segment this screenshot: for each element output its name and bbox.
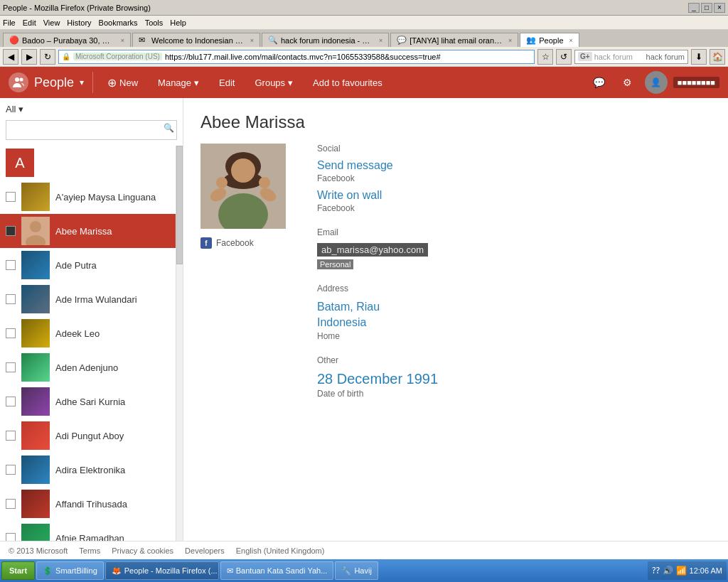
footer-privacy-link[interactable]: Privacy & cookies — [112, 546, 173, 555]
menu-file[interactable]: File — [3, 18, 16, 27]
sidebar-search-button[interactable]: 🔍 — [164, 123, 174, 133]
contact-checkbox-adeek[interactable] — [6, 328, 16, 338]
contact-checkbox-adi[interactable] — [6, 431, 16, 441]
filter-all-button[interactable]: All ▾ — [6, 104, 23, 114]
app-dropdown-icon[interactable]: ▾ — [80, 77, 84, 87]
contact-avatar-adi — [21, 421, 50, 450]
svg-point-9 — [231, 158, 255, 183]
contact-checkbox-adira[interactable] — [6, 465, 16, 475]
settings-icon-btn[interactable]: ⚙ — [616, 71, 639, 94]
tab-google[interactable]: 🔍 hack forum indonesia - Google Search × — [262, 33, 389, 47]
dob-value: 28 December 1991 — [317, 371, 711, 387]
footer-copyright: © 2013 Microsoft — [9, 546, 68, 555]
menu-edit[interactable]: Edit — [23, 18, 36, 27]
content-area: Abee Marissa — [183, 98, 728, 541]
add-to-favourites-button[interactable]: Add to favourites — [307, 75, 388, 91]
browser-search-bar[interactable]: G+ hack forum hack forum — [574, 50, 688, 64]
contact-item-aayiep[interactable]: A'ayiep Maysa Linguana — [0, 180, 176, 214]
contact-item-adi[interactable]: Adi Pungut Aboy — [0, 419, 176, 453]
menu-view[interactable]: View — [43, 18, 60, 27]
chat-icon-btn[interactable]: 💬 — [588, 71, 611, 94]
contact-checkbox-ade-irma[interactable] — [6, 294, 16, 304]
contact-checkbox-aayiep[interactable] — [6, 192, 16, 202]
taskbar-havij[interactable]: 🔧 Havij — [335, 561, 378, 580]
menu-bookmarks[interactable]: Bookmarks — [99, 18, 138, 27]
contact-item-ade-irma[interactable]: Ade Irma Wulandari — [0, 282, 176, 316]
contact-avatar-ade-irma — [21, 285, 50, 313]
tab-close-badoo[interactable]: × — [121, 37, 124, 44]
contact-checkbox-abee[interactable] — [6, 226, 16, 236]
groups-button[interactable]: Groups ▾ — [249, 75, 299, 91]
user-avatar[interactable]: 👤 — [645, 71, 668, 94]
contact-item-abee[interactable]: Abee Marissa — [0, 214, 176, 248]
contact-links: f Facebook — [200, 237, 286, 249]
download-btn[interactable]: ⬇ — [691, 49, 707, 65]
contact-checkbox-affandi[interactable] — [6, 499, 16, 509]
contact-details-column: Social Send message Facebook Write on wa… — [303, 144, 711, 413]
sidebar-scrollbar[interactable] — [176, 146, 183, 541]
taskbar-yahoo[interactable]: ✉ Bantuan Kata Sandi Yah... — [220, 561, 334, 580]
contact-item-adhe[interactable]: Adhe Sari Kurnia — [0, 384, 176, 419]
home-refresh-btn[interactable]: ↺ — [556, 49, 572, 65]
contact-checkbox-ade-putra[interactable] — [6, 260, 16, 270]
contact-item-adira[interactable]: Adira Elektronika — [0, 453, 176, 487]
contact-facebook-link[interactable]: f Facebook — [200, 237, 286, 249]
email-section-title: Email — [317, 227, 711, 237]
sidebar-filter: All ▾ — [0, 98, 183, 120]
taskbar-firefox[interactable]: 🦊 People - Mozilla Firefox (... — [105, 561, 219, 580]
address-section: Address Batam, Riau Indonesia Home — [317, 284, 711, 341]
manage-label: Manage — [158, 77, 191, 88]
footer-developers-link[interactable]: Developers — [185, 546, 225, 555]
contact-item-ade-putra[interactable]: Ade Putra — [0, 248, 176, 282]
tab-tanya[interactable]: 💬 [TANYA] lihat email orang - Page 2 × — [390, 33, 518, 47]
tab-hacker[interactable]: ✉ Welcome to Indonesian Hacker - kainand… — [132, 33, 260, 47]
new-button[interactable]: ⊕ New — [102, 73, 144, 92]
contact-item-afnie[interactable]: Afnie Ramadhan — [0, 521, 176, 541]
contact-item-aden[interactable]: Aden Adenjuno — [0, 350, 176, 384]
svg-point-2 — [30, 221, 41, 232]
contact-name-abee: Abee Marissa — [55, 226, 170, 237]
contact-name-adhe: Adhe Sari Kurnia — [55, 397, 170, 407]
menu-help[interactable]: Help — [170, 18, 186, 27]
contact-item-adeek[interactable]: Adeek Leo — [0, 316, 176, 350]
write-on-wall-link[interactable]: Write on wall — [317, 189, 711, 202]
window-controls: _ □ × — [688, 3, 725, 13]
taskbar-smartbilling[interactable]: 💲 SmartBilling — [36, 561, 104, 580]
footer-terms-link[interactable]: Terms — [79, 546, 100, 555]
svg-point-3 — [26, 235, 46, 245]
contact-item-affandi[interactable]: Affandi Trihusada — [0, 487, 176, 521]
maximize-btn[interactable]: □ — [701, 3, 712, 13]
edit-label: Edit — [219, 77, 235, 88]
minimize-btn[interactable]: _ — [688, 3, 700, 13]
sidebar-list: A A'ayiep Maysa Linguana — [0, 146, 176, 541]
menu-history[interactable]: History — [67, 18, 91, 27]
tab-badoo[interactable]: 🔴 Badoo – Purabaya 30, Batam City, Indon… — [3, 33, 131, 47]
edit-button[interactable]: Edit — [213, 75, 240, 91]
start-button[interactable]: Start — [1, 561, 35, 580]
contact-checkbox-aden[interactable] — [6, 362, 16, 372]
home-btn[interactable]: 🏠 — [710, 49, 725, 65]
sidebar-search-input[interactable] — [6, 120, 177, 140]
contact-checkbox-afnie[interactable] — [6, 533, 16, 541]
bookmark-star-btn[interactable]: ☆ — [537, 49, 553, 65]
tab-close-tanya[interactable]: × — [508, 37, 512, 44]
back-btn[interactable]: ◀ — [3, 49, 18, 65]
address-bar[interactable]: 🔒 Microsoft Corporation (US) https://blu… — [58, 50, 535, 64]
tab-close-google[interactable]: × — [379, 37, 382, 44]
tab-people[interactable]: 👥 People × — [520, 33, 579, 47]
tab-close-people[interactable]: × — [569, 37, 573, 44]
reload-btn[interactable]: ↻ — [40, 49, 55, 65]
manage-chevron-icon: ▾ — [194, 77, 199, 88]
browser-menubar: File Edit View History Bookmarks Tools H… — [0, 16, 728, 30]
filter-chevron-icon: ▾ — [18, 104, 23, 114]
browser-title: People - Mozilla Firefox (Private Browsi… — [3, 4, 151, 12]
send-message-link[interactable]: Send message — [317, 159, 711, 172]
menu-tools[interactable]: Tools — [145, 18, 164, 27]
forward-btn[interactable]: ▶ — [21, 49, 37, 65]
manage-button[interactable]: Manage ▾ — [152, 75, 205, 91]
scrollbar-thumb[interactable] — [176, 146, 183, 264]
dob-label: Date of birth — [317, 389, 711, 399]
close-btn[interactable]: × — [714, 3, 725, 13]
contact-checkbox-adhe[interactable] — [6, 397, 16, 406]
tab-close-hacker[interactable]: × — [250, 37, 254, 44]
